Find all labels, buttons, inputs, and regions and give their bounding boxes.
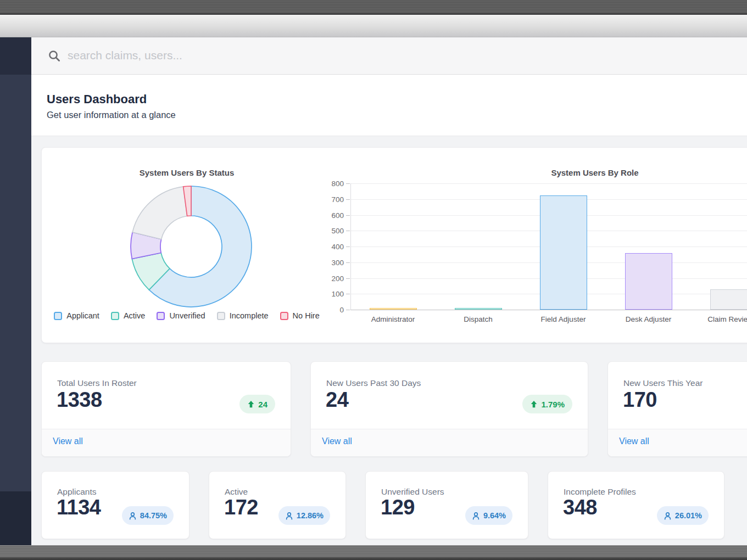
stat-card-incomplete: Incomplete Profiles 348 26.01% — [548, 471, 724, 539]
badge-text: 1.79% — [541, 400, 565, 409]
card-footer: View all — [42, 429, 291, 456]
sidebar-nav — [0, 37, 31, 545]
sidebar-header-block — [0, 37, 31, 75]
gridline — [350, 310, 747, 310]
role-bar-chart: 0100200300400500600700800AdministratorDi… — [42, 148, 747, 343]
browser-chrome-bar — [0, 15, 747, 37]
card-footer: View all — [311, 429, 588, 456]
trend-up-badge: 1.79% — [522, 395, 572, 413]
charts-panel: System Users By Status System Users By R… — [41, 147, 747, 343]
stat-label: New Users Past 30 Days — [326, 378, 421, 388]
sidebar-footer-block — [0, 491, 31, 545]
page: Users Dashboard Get user information at … — [0, 0, 747, 560]
trend-up-badge: 24 — [239, 395, 275, 413]
stat-value: 170 — [623, 388, 657, 412]
y-axis-label: 100 — [317, 290, 344, 298]
stat-card-unverified: Unverified Users 129 9.64% — [365, 471, 528, 539]
y-axis-label: 800 — [317, 180, 344, 188]
stat-value: 1338 — [57, 388, 102, 412]
taskbar — [0, 545, 747, 560]
x-axis-label: Claim Reviewer — [693, 315, 747, 323]
bar-desk-adjuster — [625, 253, 672, 310]
stat-value: 1134 — [57, 496, 101, 519]
y-axis-label: 400 — [317, 243, 344, 251]
y-axis-label: 200 — [317, 274, 344, 282]
badge-text: 24 — [258, 400, 267, 409]
stat-card-new-users-year: New Users This Year 170 View all — [607, 361, 747, 457]
stat-value: 129 — [381, 496, 415, 519]
page-title: Users Dashboard — [47, 92, 147, 107]
y-axis-tick — [346, 199, 350, 200]
user-icon — [285, 512, 293, 520]
y-axis-tick — [346, 231, 350, 231]
percent-badge: 12.86% — [278, 506, 330, 525]
view-all-link[interactable]: View all — [53, 436, 83, 446]
arrow-up-icon — [530, 400, 538, 408]
y-axis-label: 500 — [317, 227, 344, 235]
y-axis-label: 0 — [317, 306, 344, 314]
y-axis-label: 300 — [317, 258, 344, 266]
x-axis-label: Dispatch — [437, 315, 520, 323]
x-axis-label: Field Adjuster — [522, 315, 605, 323]
y-axis-tick — [346, 262, 350, 263]
bar-administrator — [370, 308, 417, 310]
search-input[interactable] — [68, 37, 672, 74]
bar-dispatch — [455, 308, 502, 310]
x-axis-label: Administrator — [352, 315, 434, 323]
search-icon — [48, 49, 61, 63]
badge-text: 26.01% — [675, 511, 702, 520]
stat-card-total-users: Total Users In Roster 1338 24 View all — [41, 361, 291, 457]
y-axis-tick — [346, 310, 350, 310]
gridline — [350, 183, 747, 184]
percent-badge: 26.01% — [657, 506, 709, 525]
search-bar — [31, 37, 747, 75]
stat-label: New Users This Year — [623, 378, 703, 388]
percent-badge: 84.75% — [122, 506, 174, 525]
y-axis-tick — [346, 183, 350, 184]
stat-card-applicants: Applicants 1134 84.75% — [41, 471, 189, 539]
y-axis-tick — [346, 278, 350, 279]
user-icon — [664, 512, 672, 520]
page-header: Users Dashboard Get user information at … — [31, 75, 747, 136]
stat-card-active: Active 172 12.86% — [209, 471, 346, 539]
y-axis-tick — [346, 215, 350, 216]
stat-value: 348 — [563, 496, 597, 519]
user-icon — [129, 512, 137, 520]
x-axis-label: Desk Adjuster — [607, 315, 690, 323]
stat-value: 24 — [326, 388, 348, 412]
y-axis-label: 600 — [317, 211, 344, 219]
card-footer: View all — [608, 429, 747, 456]
window-titlebar — [0, 0, 747, 15]
bar-field-adjuster — [540, 195, 587, 310]
view-all-link[interactable]: View all — [322, 436, 352, 446]
y-axis-line — [350, 183, 351, 310]
page-subtitle: Get user information at a glance — [47, 110, 176, 120]
badge-text: 9.64% — [483, 511, 506, 520]
y-axis-tick — [346, 247, 350, 247]
view-all-link[interactable]: View all — [619, 436, 649, 446]
stat-value: 172 — [224, 496, 258, 519]
stat-card-new-users-30-days: New Users Past 30 Days 24 1.79% View all — [310, 361, 588, 457]
user-icon — [472, 512, 480, 520]
stat-label: Total Users In Roster — [57, 378, 137, 388]
arrow-up-icon — [247, 400, 255, 408]
bar-claim-reviewer — [710, 289, 747, 310]
percent-badge: 9.64% — [465, 506, 512, 525]
badge-text: 12.86% — [297, 511, 324, 520]
badge-text: 84.75% — [140, 511, 167, 520]
y-axis-tick — [346, 294, 350, 294]
y-axis-label: 700 — [317, 195, 344, 203]
